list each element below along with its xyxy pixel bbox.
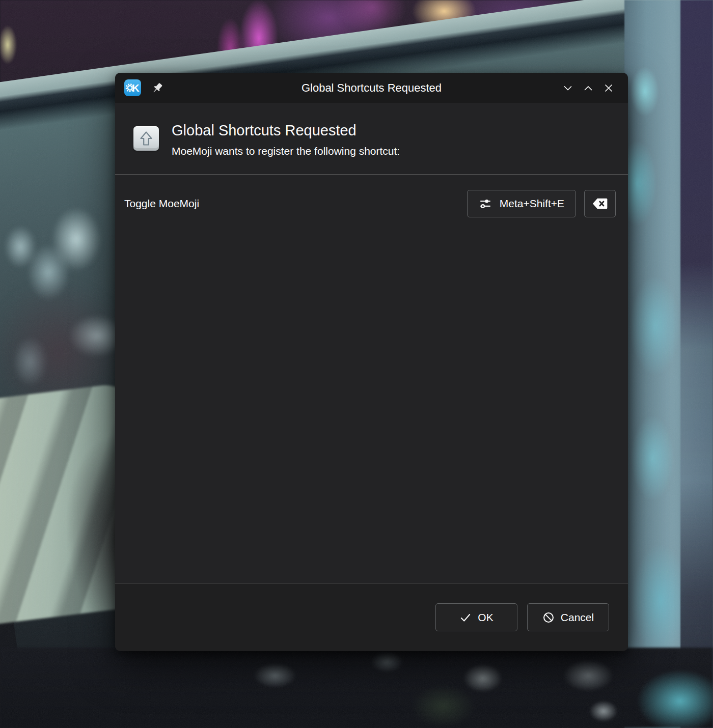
dialog-content: Toggle MoeMoji Meta+Shift+E: [115, 175, 628, 583]
dialog-window: Global Shortcuts Requested K: [115, 73, 628, 651]
shortcut-row: Toggle MoeMoji Meta+Shift+E: [124, 190, 616, 217]
dialog-subtitle: MoeMoji wants to register the following …: [172, 145, 400, 157]
chevron-up-icon: [583, 82, 594, 94]
pin-icon: [151, 81, 164, 95]
background-rubble: [0, 648, 713, 728]
shade-button[interactable]: [558, 78, 578, 98]
shortcut-key-label: Meta+Shift+E: [500, 198, 564, 210]
shortcut-action-label: Toggle MoeMoji: [124, 198, 199, 210]
svg-text:K: K: [132, 82, 140, 94]
cancel-button[interactable]: Cancel: [527, 603, 609, 631]
cancel-button-label: Cancel: [561, 611, 594, 624]
checkmark-icon: [459, 611, 472, 624]
pin-button[interactable]: [148, 79, 167, 97]
ok-button[interactable]: OK: [435, 603, 517, 631]
shift-key-icon: [133, 126, 159, 151]
dialog-header: Global Shortcuts Requested MoeMoji wants…: [115, 103, 628, 174]
chevron-down-icon: [562, 82, 573, 94]
up-arrow-outline-icon: [140, 131, 153, 146]
backspace-icon: [592, 197, 608, 210]
sliders-icon: [479, 197, 492, 210]
background-dark-column: [680, 0, 713, 728]
clear-shortcut-button[interactable]: [584, 190, 616, 217]
dialog-heading: Global Shortcuts Requested: [172, 122, 400, 139]
prohibition-icon: [542, 611, 555, 624]
kde-logo-icon[interactable]: K: [124, 79, 141, 96]
close-icon: [603, 82, 614, 94]
ok-button-label: OK: [478, 611, 493, 624]
shortcut-key-button[interactable]: Meta+Shift+E: [467, 190, 576, 217]
titlebar[interactable]: Global Shortcuts Requested K: [115, 73, 628, 103]
window-title: Global Shortcuts Requested: [115, 81, 628, 95]
close-button[interactable]: [598, 78, 619, 98]
dialog-footer: OK Cancel: [115, 583, 628, 651]
header-text: Global Shortcuts Requested MoeMoji wants…: [172, 122, 400, 157]
unshade-button[interactable]: [578, 78, 598, 98]
